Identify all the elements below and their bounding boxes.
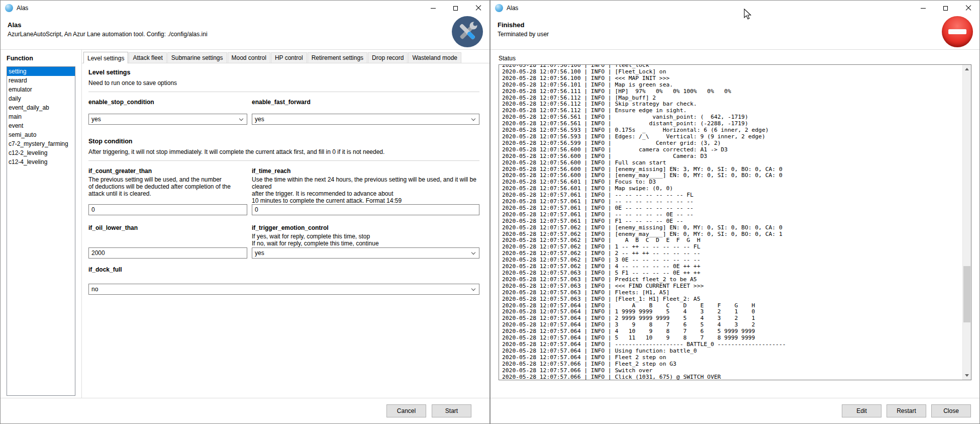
stop-badge bbox=[942, 16, 973, 47]
function-list-item[interactable]: semi_auto bbox=[7, 130, 75, 139]
run-header: Finished Terminated by user bbox=[491, 16, 979, 50]
if-time-reach-input[interactable] bbox=[252, 204, 479, 215]
label-if-dock-full: if_dock_full bbox=[88, 266, 479, 273]
function-list-item[interactable]: c7-2_mystery_farming bbox=[7, 139, 75, 148]
settings-tabstrip: Level settingsAttack fleetSubmarine sett… bbox=[82, 50, 489, 63]
status-label: Status bbox=[499, 55, 971, 62]
function-list-item[interactable]: setting bbox=[7, 67, 75, 76]
settings-tab[interactable]: Submarine settings bbox=[167, 52, 227, 63]
if-dock-full-value: no bbox=[91, 286, 98, 293]
log-scrollbar[interactable] bbox=[962, 65, 971, 380]
titlebar[interactable]: Alas bbox=[1, 1, 489, 16]
tools-badge bbox=[452, 16, 483, 47]
minimize-icon bbox=[431, 8, 436, 9]
if-trigger-emotion-control-select[interactable]: yes bbox=[252, 247, 479, 259]
maximize-button[interactable] bbox=[444, 1, 467, 16]
settings-tab[interactable]: Mood control bbox=[228, 52, 270, 63]
enable-fast-forward-select[interactable]: yes bbox=[252, 114, 479, 125]
run-status-subtitle: Terminated by user bbox=[498, 31, 979, 38]
minimize-button[interactable] bbox=[912, 1, 934, 16]
function-listbox[interactable]: settingrewardemulatordailyevent_daily_ab… bbox=[7, 66, 75, 396]
maximize-icon bbox=[943, 6, 948, 11]
function-list-item[interactable]: c12-4_leveling bbox=[7, 157, 75, 166]
enable-stop-condition-value: yes bbox=[91, 116, 101, 123]
label-enable-fast-forward: enable_fast_forward bbox=[252, 99, 479, 106]
settings-tab[interactable]: Drop record bbox=[368, 52, 408, 63]
alas-run-window: Alas Finished Terminated by user Status … bbox=[490, 0, 980, 424]
section-title-stop-condition: Stop condition bbox=[88, 138, 479, 145]
level-settings-panel: Level settings Need to run once to save … bbox=[82, 63, 489, 398]
close-button[interactable] bbox=[957, 1, 979, 16]
start-button[interactable]: Start bbox=[432, 404, 471, 417]
scrollbar-thumb[interactable] bbox=[963, 266, 970, 322]
function-list-item[interactable]: event bbox=[7, 121, 75, 130]
if-dock-full-select[interactable]: no bbox=[88, 284, 479, 295]
wrench-screwdriver-icon bbox=[452, 16, 483, 47]
settings-tab[interactable]: Wasteland mode bbox=[408, 52, 461, 63]
run-status-title: Finished bbox=[498, 21, 979, 29]
config-title: Alas bbox=[8, 21, 489, 29]
if-count-greater-than-input[interactable] bbox=[88, 204, 247, 215]
settings-tab[interactable]: Level settings bbox=[83, 52, 128, 63]
if-oil-lower-than-input[interactable] bbox=[88, 247, 247, 259]
function-list-item[interactable]: main bbox=[7, 112, 75, 121]
desc-if-time-reach: Use the time within the next 24 hours, t… bbox=[252, 176, 479, 204]
close-run-button[interactable]: Close bbox=[931, 404, 971, 417]
run-footer: Edit Restart Close bbox=[491, 398, 979, 423]
maximize-button[interactable] bbox=[934, 1, 957, 16]
function-list-item[interactable]: c12-2_leveling bbox=[7, 148, 75, 157]
window-title: Alas bbox=[17, 5, 28, 12]
label-enable-stop-condition: enable_stop_condition bbox=[88, 99, 247, 106]
function-list-item[interactable]: reward bbox=[7, 76, 75, 85]
function-list-item[interactable]: event_daily_ab bbox=[7, 103, 75, 112]
scroll-down-button[interactable] bbox=[963, 371, 971, 380]
label-if-count-greater-than: if_count_greater_than bbox=[88, 167, 247, 175]
desc-if-count-greater-than: The previous setting will be used, and t… bbox=[88, 176, 247, 197]
if-trigger-emotion-control-value: yes bbox=[255, 249, 264, 257]
function-list-item[interactable]: emulator bbox=[7, 85, 75, 94]
minimize-button[interactable] bbox=[422, 1, 444, 16]
config-subtitle: AzurLaneAutoScript, An Azur Lane automat… bbox=[8, 31, 489, 38]
settings-tab[interactable]: Attack fleet bbox=[129, 52, 166, 63]
alas-app-icon bbox=[495, 4, 503, 12]
chevron-down-icon bbox=[471, 250, 475, 254]
arrow-down-icon bbox=[965, 374, 969, 377]
edit-button[interactable]: Edit bbox=[842, 404, 881, 417]
scroll-up-button[interactable] bbox=[963, 65, 971, 73]
settings-tab[interactable]: Retirement settings bbox=[308, 52, 367, 63]
section-desc-level-settings: Need to run once to save options bbox=[88, 79, 479, 87]
alas-config-window: Alas Alas AzurLaneAutoScript, An Azur La… bbox=[0, 0, 490, 424]
window-title: Alas bbox=[507, 5, 518, 12]
log-text: 2020-05-28 12:07:56.100 | INFO | fleet_l… bbox=[499, 64, 971, 380]
divider bbox=[88, 160, 479, 161]
arrow-up-icon bbox=[965, 68, 969, 70]
close-icon bbox=[965, 5, 971, 11]
section-desc-stop-condition: After triggering, it will not stop immed… bbox=[88, 148, 479, 155]
minimize-icon bbox=[921, 8, 926, 9]
function-sidebar: Function settingrewardemulatordailyevent… bbox=[1, 50, 81, 398]
enable-fast-forward-value: yes bbox=[255, 116, 264, 123]
restart-button[interactable]: Restart bbox=[887, 404, 926, 417]
alas-app-icon bbox=[5, 4, 13, 12]
function-label: Function bbox=[7, 55, 81, 62]
status-section: Status 2020-05-28 12:07:56.100 | INFO | … bbox=[491, 50, 979, 398]
chevron-down-icon bbox=[239, 116, 243, 120]
function-list-item[interactable]: daily bbox=[7, 94, 75, 103]
divider bbox=[88, 92, 479, 92]
section-title-level-settings: Level settings bbox=[88, 69, 479, 76]
label-if-oil-lower-than: if_oil_lower_than bbox=[88, 224, 247, 231]
config-footer: Cancel Start bbox=[1, 398, 489, 423]
chevron-down-icon bbox=[471, 286, 475, 290]
close-button[interactable] bbox=[467, 1, 489, 16]
label-if-trigger-emotion-control: if_trigger_emotion_control bbox=[252, 224, 479, 231]
enable-stop-condition-select[interactable]: yes bbox=[88, 114, 247, 125]
log-textbox[interactable]: 2020-05-28 12:07:56.100 | INFO | fleet_l… bbox=[499, 64, 971, 380]
chevron-down-icon bbox=[471, 116, 475, 120]
stop-bar-icon bbox=[948, 29, 966, 34]
close-icon bbox=[475, 5, 481, 11]
label-if-time-reach: if_time_reach bbox=[252, 167, 479, 175]
cancel-button[interactable]: Cancel bbox=[386, 404, 426, 417]
maximize-icon bbox=[453, 6, 458, 11]
titlebar[interactable]: Alas bbox=[491, 1, 979, 16]
settings-tab[interactable]: HP control bbox=[271, 52, 307, 63]
